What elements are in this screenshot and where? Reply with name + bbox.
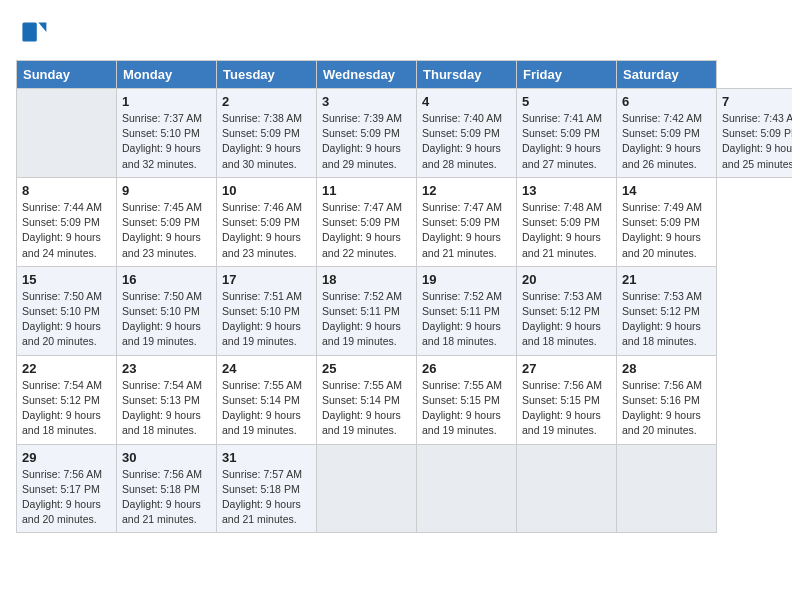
day-info: Sunrise: 7:53 AM Sunset: 5:12 PM Dayligh… — [622, 289, 711, 350]
header-sunday: Sunday — [17, 61, 117, 89]
day-number: 18 — [322, 272, 411, 287]
calendar-cell: 11Sunrise: 7:47 AM Sunset: 5:09 PM Dayli… — [317, 177, 417, 266]
day-info: Sunrise: 7:44 AM Sunset: 5:09 PM Dayligh… — [22, 200, 111, 261]
day-info: Sunrise: 7:39 AM Sunset: 5:09 PM Dayligh… — [322, 111, 411, 172]
calendar-cell: 10Sunrise: 7:46 AM Sunset: 5:09 PM Dayli… — [217, 177, 317, 266]
calendar-cell: 1Sunrise: 7:37 AM Sunset: 5:10 PM Daylig… — [117, 89, 217, 178]
day-number: 5 — [522, 94, 611, 109]
calendar-cell — [417, 444, 517, 533]
day-info: Sunrise: 7:56 AM Sunset: 5:16 PM Dayligh… — [622, 378, 711, 439]
logo-icon — [16, 16, 48, 48]
day-info: Sunrise: 7:50 AM Sunset: 5:10 PM Dayligh… — [22, 289, 111, 350]
day-info: Sunrise: 7:54 AM Sunset: 5:13 PM Dayligh… — [122, 378, 211, 439]
calendar-cell — [617, 444, 717, 533]
day-number: 2 — [222, 94, 311, 109]
day-number: 25 — [322, 361, 411, 376]
calendar-cell: 21Sunrise: 7:53 AM Sunset: 5:12 PM Dayli… — [617, 266, 717, 355]
calendar-cell: 13Sunrise: 7:48 AM Sunset: 5:09 PM Dayli… — [517, 177, 617, 266]
calendar-cell: 24Sunrise: 7:55 AM Sunset: 5:14 PM Dayli… — [217, 355, 317, 444]
week-row-1: 8Sunrise: 7:44 AM Sunset: 5:09 PM Daylig… — [17, 177, 793, 266]
day-number: 14 — [622, 183, 711, 198]
day-info: Sunrise: 7:56 AM Sunset: 5:17 PM Dayligh… — [22, 467, 111, 528]
day-number: 17 — [222, 272, 311, 287]
day-number: 8 — [22, 183, 111, 198]
day-info: Sunrise: 7:43 AM Sunset: 5:09 PM Dayligh… — [722, 111, 792, 172]
calendar-cell: 29Sunrise: 7:56 AM Sunset: 5:17 PM Dayli… — [17, 444, 117, 533]
calendar-cell: 26Sunrise: 7:55 AM Sunset: 5:15 PM Dayli… — [417, 355, 517, 444]
calendar-cell: 6Sunrise: 7:42 AM Sunset: 5:09 PM Daylig… — [617, 89, 717, 178]
calendar-cell — [517, 444, 617, 533]
calendar-cell: 25Sunrise: 7:55 AM Sunset: 5:14 PM Dayli… — [317, 355, 417, 444]
calendar-cell: 31Sunrise: 7:57 AM Sunset: 5:18 PM Dayli… — [217, 444, 317, 533]
header-thursday: Thursday — [417, 61, 517, 89]
day-info: Sunrise: 7:47 AM Sunset: 5:09 PM Dayligh… — [422, 200, 511, 261]
day-info: Sunrise: 7:37 AM Sunset: 5:10 PM Dayligh… — [122, 111, 211, 172]
calendar-cell: 5Sunrise: 7:41 AM Sunset: 5:09 PM Daylig… — [517, 89, 617, 178]
calendar-table: SundayMondayTuesdayWednesdayThursdayFrid… — [16, 60, 792, 533]
header-friday: Friday — [517, 61, 617, 89]
day-number: 30 — [122, 450, 211, 465]
calendar-cell: 9Sunrise: 7:45 AM Sunset: 5:09 PM Daylig… — [117, 177, 217, 266]
calendar-cell: 8Sunrise: 7:44 AM Sunset: 5:09 PM Daylig… — [17, 177, 117, 266]
week-row-4: 29Sunrise: 7:56 AM Sunset: 5:17 PM Dayli… — [17, 444, 793, 533]
day-number: 19 — [422, 272, 511, 287]
calendar-cell: 3Sunrise: 7:39 AM Sunset: 5:09 PM Daylig… — [317, 89, 417, 178]
header-wednesday: Wednesday — [317, 61, 417, 89]
calendar-cell: 4Sunrise: 7:40 AM Sunset: 5:09 PM Daylig… — [417, 89, 517, 178]
calendar-cell: 14Sunrise: 7:49 AM Sunset: 5:09 PM Dayli… — [617, 177, 717, 266]
day-info: Sunrise: 7:54 AM Sunset: 5:12 PM Dayligh… — [22, 378, 111, 439]
day-info: Sunrise: 7:48 AM Sunset: 5:09 PM Dayligh… — [522, 200, 611, 261]
calendar-cell: 19Sunrise: 7:52 AM Sunset: 5:11 PM Dayli… — [417, 266, 517, 355]
day-number: 9 — [122, 183, 211, 198]
day-number: 6 — [622, 94, 711, 109]
calendar-cell — [17, 89, 117, 178]
day-number: 13 — [522, 183, 611, 198]
day-info: Sunrise: 7:38 AM Sunset: 5:09 PM Dayligh… — [222, 111, 311, 172]
day-number: 4 — [422, 94, 511, 109]
day-number: 7 — [722, 94, 792, 109]
day-info: Sunrise: 7:52 AM Sunset: 5:11 PM Dayligh… — [322, 289, 411, 350]
day-info: Sunrise: 7:51 AM Sunset: 5:10 PM Dayligh… — [222, 289, 311, 350]
day-info: Sunrise: 7:46 AM Sunset: 5:09 PM Dayligh… — [222, 200, 311, 261]
page-header — [16, 16, 776, 48]
day-number: 27 — [522, 361, 611, 376]
day-number: 31 — [222, 450, 311, 465]
calendar-cell: 18Sunrise: 7:52 AM Sunset: 5:11 PM Dayli… — [317, 266, 417, 355]
day-info: Sunrise: 7:49 AM Sunset: 5:09 PM Dayligh… — [622, 200, 711, 261]
day-info: Sunrise: 7:45 AM Sunset: 5:09 PM Dayligh… — [122, 200, 211, 261]
calendar-cell: 16Sunrise: 7:50 AM Sunset: 5:10 PM Dayli… — [117, 266, 217, 355]
day-info: Sunrise: 7:40 AM Sunset: 5:09 PM Dayligh… — [422, 111, 511, 172]
day-number: 10 — [222, 183, 311, 198]
day-number: 21 — [622, 272, 711, 287]
calendar-cell: 2Sunrise: 7:38 AM Sunset: 5:09 PM Daylig… — [217, 89, 317, 178]
calendar-cell: 20Sunrise: 7:53 AM Sunset: 5:12 PM Dayli… — [517, 266, 617, 355]
day-info: Sunrise: 7:56 AM Sunset: 5:18 PM Dayligh… — [122, 467, 211, 528]
day-number: 20 — [522, 272, 611, 287]
day-number: 28 — [622, 361, 711, 376]
calendar-cell: 17Sunrise: 7:51 AM Sunset: 5:10 PM Dayli… — [217, 266, 317, 355]
header-row: SundayMondayTuesdayWednesdayThursdayFrid… — [17, 61, 793, 89]
day-number: 23 — [122, 361, 211, 376]
day-info: Sunrise: 7:50 AM Sunset: 5:10 PM Dayligh… — [122, 289, 211, 350]
calendar-cell: 30Sunrise: 7:56 AM Sunset: 5:18 PM Dayli… — [117, 444, 217, 533]
day-number: 12 — [422, 183, 511, 198]
day-number: 29 — [22, 450, 111, 465]
calendar-cell: 12Sunrise: 7:47 AM Sunset: 5:09 PM Dayli… — [417, 177, 517, 266]
day-info: Sunrise: 7:47 AM Sunset: 5:09 PM Dayligh… — [322, 200, 411, 261]
day-info: Sunrise: 7:57 AM Sunset: 5:18 PM Dayligh… — [222, 467, 311, 528]
day-number: 1 — [122, 94, 211, 109]
day-number: 3 — [322, 94, 411, 109]
calendar-cell: 28Sunrise: 7:56 AM Sunset: 5:16 PM Dayli… — [617, 355, 717, 444]
calendar-cell: 22Sunrise: 7:54 AM Sunset: 5:12 PM Dayli… — [17, 355, 117, 444]
week-row-3: 22Sunrise: 7:54 AM Sunset: 5:12 PM Dayli… — [17, 355, 793, 444]
calendar-cell: 7Sunrise: 7:43 AM Sunset: 5:09 PM Daylig… — [717, 89, 793, 178]
calendar-cell: 23Sunrise: 7:54 AM Sunset: 5:13 PM Dayli… — [117, 355, 217, 444]
day-info: Sunrise: 7:55 AM Sunset: 5:15 PM Dayligh… — [422, 378, 511, 439]
day-info: Sunrise: 7:53 AM Sunset: 5:12 PM Dayligh… — [522, 289, 611, 350]
week-row-0: 1Sunrise: 7:37 AM Sunset: 5:10 PM Daylig… — [17, 89, 793, 178]
calendar-cell — [317, 444, 417, 533]
day-number: 26 — [422, 361, 511, 376]
week-row-2: 15Sunrise: 7:50 AM Sunset: 5:10 PM Dayli… — [17, 266, 793, 355]
day-number: 15 — [22, 272, 111, 287]
day-number: 16 — [122, 272, 211, 287]
